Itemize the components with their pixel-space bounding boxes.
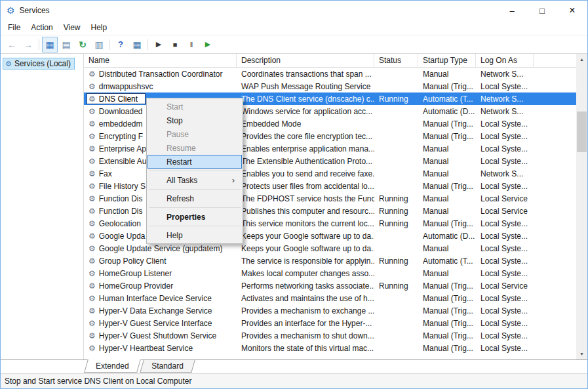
- toolbar-button-icon: ■: [173, 41, 178, 49]
- context-menu-restart[interactable]: Restart: [147, 155, 242, 169]
- vertical-scrollbar[interactable]: ▲ ▼: [576, 54, 587, 359]
- service-name-box: ⚙ Hyper-V Heartbeat Service: [87, 342, 196, 354]
- menubar-help[interactable]: Help: [86, 22, 113, 33]
- service-name-box: ⚙ Extensible Au: [87, 155, 149, 167]
- column-header-label: Name: [88, 56, 109, 65]
- column-header-startup-type[interactable]: Startup Type: [418, 54, 476, 67]
- tab-extended[interactable]: Extended: [84, 359, 140, 373]
- service-row[interactable]: ⚙ Hyper-V Guest Service Interface Provid…: [84, 317, 576, 329]
- service-name: Downloaded: [99, 107, 143, 116]
- service-row[interactable]: ⚙ HomeGroup Listener Makes local compute…: [84, 267, 576, 279]
- view-list-button[interactable]: ▦: [129, 37, 145, 52]
- service-log-on-as: Local Syste...: [476, 256, 534, 266]
- service-row[interactable]: ⚙ Hyper-V Data Exchange Service Provides…: [84, 304, 576, 317]
- export-list-button[interactable]: ▥: [91, 37, 107, 52]
- service-status: Running: [374, 207, 418, 216]
- service-description: Provides an interface for the Hyper-...: [237, 319, 374, 328]
- service-name: embeddedm: [99, 119, 143, 129]
- column-header-status[interactable]: Status: [374, 54, 418, 67]
- status-text: Stop and Start service DNS Client on Loc…: [5, 377, 191, 386]
- service-gear-icon: ⚙: [88, 70, 96, 78]
- service-name-box: ⚙ HomeGroup Listener: [87, 268, 175, 279]
- service-status: Running: [374, 256, 418, 266]
- service-description: Publishes this computer and resourc...: [237, 207, 374, 216]
- context-menu-item-label: Properties: [167, 213, 205, 222]
- service-row[interactable]: ⚙ Group Policy Client The service is res…: [84, 255, 576, 267]
- service-name: Function Dis: [99, 207, 143, 216]
- service-description: Enables you to send and receive faxe...: [237, 169, 374, 178]
- service-name: Hyper-V Guest Shutdown Service: [99, 331, 216, 340]
- tree-item-label: Services (Local): [14, 59, 71, 68]
- service-startup-type: Automatic (T...: [418, 94, 476, 104]
- service-row[interactable]: ⚙ dmwappushsvc WAP Push Message Routing …: [84, 80, 576, 92]
- service-description: Enables enterprise application mana...: [237, 144, 374, 154]
- menubar-file[interactable]: File: [3, 22, 26, 33]
- service-log-on-as: Network S...: [476, 169, 534, 178]
- service-startup-type: Manual: [418, 207, 476, 216]
- start-service-button[interactable]: ▶: [151, 37, 167, 52]
- service-name-cell: ⚙ Human Interface Device Service: [84, 293, 237, 304]
- column-header-name[interactable]: Name: [84, 54, 237, 67]
- service-name: Extensible Au: [99, 157, 147, 166]
- service-name: Encrypting F: [99, 132, 143, 141]
- service-description: Windows service for application acc...: [237, 107, 374, 116]
- column-header-description[interactable]: Description: [237, 54, 374, 67]
- service-row[interactable]: ⚙ Human Interface Device Service Activat…: [84, 292, 576, 304]
- service-log-on-as: Network S...: [476, 107, 534, 116]
- scrollbar-thumb[interactable]: [577, 112, 587, 152]
- service-name-cell: ⚙ Distributed Transaction Coordinator: [84, 68, 237, 79]
- minimize-button[interactable]: –: [497, 1, 527, 20]
- context-menu-refresh[interactable]: Refresh: [147, 192, 242, 205]
- service-startup-type: Manual (Trig...: [418, 182, 476, 191]
- close-button[interactable]: ×: [557, 1, 587, 20]
- forward-button[interactable]: →: [20, 37, 36, 52]
- service-row[interactable]: ⚙ HomeGroup Provider Performs networking…: [84, 279, 576, 292]
- toolbar-button-icon: ?: [118, 39, 123, 49]
- service-gear-icon: ⚙: [88, 319, 96, 327]
- service-log-on-as: Local Syste...: [476, 157, 534, 166]
- context-menu-all-tasks[interactable]: All Tasks ›: [147, 173, 242, 187]
- service-startup-type: Manual: [418, 144, 476, 154]
- menubar-view[interactable]: View: [58, 22, 86, 33]
- stop-service-button[interactable]: ■: [167, 37, 183, 52]
- window-title: Services: [20, 6, 50, 15]
- service-name-box: ⚙ HomeGroup Provider: [87, 280, 176, 291]
- pause-service-button[interactable]: ‖: [184, 37, 199, 52]
- show-console-tree-button[interactable]: ▦: [42, 37, 58, 52]
- service-name: Google Upda: [99, 232, 146, 241]
- service-gear-icon: ⚙: [88, 195, 96, 203]
- service-row[interactable]: ⚙ Distributed Transaction Coordinator Co…: [84, 68, 576, 80]
- service-log-on-as: Local Syste...: [476, 182, 534, 191]
- tab-label: Standard: [151, 361, 184, 371]
- context-menu-stop[interactable]: Stop: [147, 113, 242, 127]
- service-row[interactable]: ⚙ Hyper-V Guest Shutdown Service Provide…: [84, 329, 576, 342]
- context-menu-separator: [149, 226, 241, 226]
- service-startup-type: Manual (Trig...: [418, 82, 476, 91]
- back-button[interactable]: ←: [4, 37, 20, 52]
- service-gear-icon: ⚙: [88, 344, 96, 352]
- context-menu-item-label: Resume: [167, 144, 196, 153]
- context-menu-separator: [149, 189, 241, 190]
- context-menu-properties[interactable]: Properties: [147, 210, 242, 224]
- refresh-button[interactable]: ↻: [75, 37, 90, 52]
- scroll-down-arrow-icon[interactable]: ▼: [576, 348, 587, 359]
- service-log-on-as: Local Syste...: [476, 269, 534, 278]
- tree-item-services-local[interactable]: ⚙ Services (Local): [3, 58, 75, 70]
- toolbar-separator: [146, 37, 150, 52]
- service-startup-type: Manual (Trig...: [418, 344, 476, 353]
- toolbar-button-icon: ▦: [132, 39, 141, 50]
- tab-standard[interactable]: Standard: [140, 360, 195, 373]
- menubar-action[interactable]: Action: [26, 22, 58, 33]
- scroll-up-arrow-icon[interactable]: ▲: [576, 54, 587, 65]
- properties-button[interactable]: ▤: [58, 37, 74, 52]
- service-name: Hyper-V Data Exchange Service: [99, 306, 212, 316]
- service-gear-icon: ⚙: [88, 207, 96, 215]
- service-row[interactable]: ⚙ Hyper-V Heartbeat Service Monitors the…: [84, 342, 576, 354]
- context-menu-help[interactable]: Help: [147, 228, 242, 242]
- service-log-on-as: Local Syste...: [476, 82, 534, 91]
- maximize-button[interactable]: □: [527, 1, 557, 20]
- column-header-log-on-as[interactable]: Log On As: [476, 54, 534, 67]
- status-bar: Stop and Start service DNS Client on Loc…: [1, 373, 587, 388]
- restart-service-button[interactable]: ▶: [200, 37, 216, 52]
- help-button[interactable]: ?: [113, 37, 128, 52]
